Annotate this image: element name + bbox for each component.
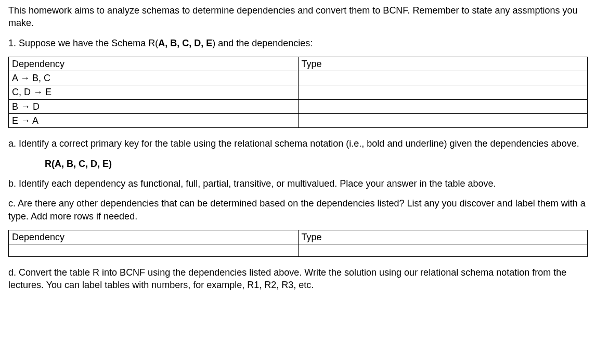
table-row: E → A (9, 114, 588, 128)
dependency-cell: A → B, C (9, 71, 299, 85)
dependency-cell: B → D (9, 99, 299, 113)
question-d: d. Convert the table R into BCNF using t… (8, 266, 588, 292)
question-1-intro: 1. Suppose we have the Schema R(A, B, C,… (8, 37, 588, 49)
header-type: Type (298, 230, 588, 244)
dependency-cell: E → A (9, 114, 299, 128)
type-cell[interactable] (298, 244, 588, 257)
dependency-table-1: Dependency Type A → B, C C, D → E B → D … (8, 57, 588, 128)
table-header-row: Dependency Type (9, 230, 588, 244)
q1-schema-attrs: A, B, C, D, E (158, 38, 212, 48)
header-dependency: Dependency (9, 57, 299, 71)
schema-suffix: ) (109, 159, 112, 169)
type-cell[interactable] (298, 85, 588, 99)
question-a: a. Identify a correct primary key for th… (8, 137, 588, 150)
q1-prefix: 1. Suppose we have the Schema R( (8, 38, 158, 48)
table-header-row: Dependency Type (9, 57, 588, 71)
dependency-cell: C, D → E (9, 85, 299, 99)
intro-paragraph: This homework aims to analyze schemas to… (8, 4, 588, 30)
table-row (9, 244, 588, 257)
header-type: Type (298, 57, 588, 71)
table-row: C, D → E (9, 85, 588, 99)
question-c: c. Are there any other dependencies that… (8, 197, 588, 223)
schema-prefix: R( (45, 159, 55, 169)
dependency-cell[interactable] (9, 244, 299, 257)
table-row: B → D (9, 99, 588, 113)
type-cell[interactable] (298, 114, 588, 128)
schema-notation: R(A, B, C, D, E) (45, 158, 588, 170)
type-cell[interactable] (298, 71, 588, 85)
schema-attrs: A, B, C, D, E (55, 159, 109, 169)
header-dependency: Dependency (9, 230, 299, 244)
dependency-table-2: Dependency Type (8, 230, 588, 257)
question-b: b. Identify each dependency as functiona… (8, 177, 588, 190)
q1-suffix: ) and the dependencies: (212, 38, 313, 48)
type-cell[interactable] (298, 99, 588, 113)
table-row: A → B, C (9, 71, 588, 85)
